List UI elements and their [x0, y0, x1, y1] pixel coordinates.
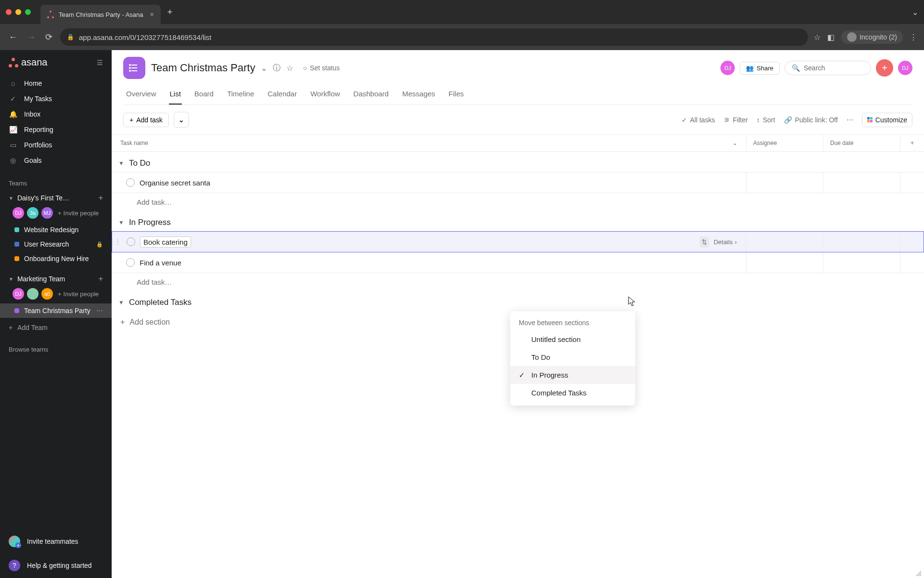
set-status-button[interactable]: ○Set status — [303, 64, 340, 72]
column-task-name[interactable]: Task name⌄ — [112, 135, 746, 151]
more-icon[interactable]: ⋯ — [96, 307, 103, 315]
section-header-completed[interactable]: ▼Completed Tasks — [112, 291, 924, 311]
invite-people-link[interactable]: + Invite people — [58, 210, 99, 217]
task-name[interactable]: Organise secret santa — [140, 179, 210, 187]
avatar[interactable]: a0 — [41, 288, 53, 300]
section-header-inprogress[interactable]: ▼In Progress — [112, 211, 924, 231]
search-input[interactable]: 🔍Search — [784, 61, 871, 75]
add-to-team-icon[interactable]: + — [99, 275, 103, 283]
move-section-icon[interactable]: ⇅ — [700, 236, 709, 248]
tab-overview[interactable]: Overview — [125, 86, 157, 105]
avatar[interactable]: DJ — [13, 207, 24, 219]
task-name[interactable]: Find a venue — [140, 259, 181, 267]
back-button[interactable]: ← — [7, 30, 19, 44]
tabs-dropdown-icon[interactable]: ⌄ — [912, 8, 918, 17]
add-to-team-icon[interactable]: + — [99, 194, 103, 202]
incognito-badge[interactable]: Incognito (2) — [841, 30, 903, 44]
invite-people-link[interactable]: + Invite people — [58, 290, 99, 298]
project-website-redesign[interactable]: Website Redesign — [0, 223, 112, 237]
asana-logo[interactable]: asana — [9, 57, 48, 68]
public-link-toggle[interactable]: 🔗Public link: Off — [784, 116, 838, 124]
nav-my-tasks[interactable]: ✓My Tasks — [0, 91, 112, 106]
address-bar[interactable]: 🔒 app.asana.com/0/1203277518469534/list — [60, 28, 808, 46]
new-tab-button[interactable]: + — [167, 7, 173, 17]
extensions-icon[interactable]: ◧ — [827, 33, 834, 42]
project-title[interactable]: Team Christmas Party — [151, 62, 255, 74]
nav-reporting[interactable]: 📈Reporting — [0, 122, 112, 137]
browser-tab[interactable]: Team Christmas Party - Asana × — [40, 5, 161, 24]
assignee-cell[interactable] — [746, 252, 823, 273]
collapse-sidebar-icon[interactable]: ☰ — [97, 59, 103, 66]
add-task-dropdown[interactable]: ⌄ — [174, 112, 189, 128]
nav-portfolios[interactable]: ▭Portfolios — [0, 137, 112, 153]
complete-checkbox[interactable] — [126, 178, 135, 187]
tab-board[interactable]: Board — [193, 86, 215, 105]
reload-button[interactable]: ⟳ — [43, 30, 54, 44]
browse-teams-heading[interactable]: Browse teams — [0, 337, 112, 357]
sort-button[interactable]: ↕Sort — [757, 116, 775, 124]
tab-files[interactable]: Files — [448, 86, 465, 105]
nav-inbox[interactable]: 🔔Inbox — [0, 106, 112, 122]
all-tasks-filter[interactable]: ✓All tasks — [681, 116, 715, 124]
due-date-cell[interactable] — [823, 172, 900, 193]
drag-handle-icon[interactable]: ⋮⋮ — [112, 238, 121, 245]
window-controls[interactable] — [6, 9, 31, 15]
chevron-down-icon[interactable]: ⌄ — [732, 140, 737, 146]
caret-down-icon[interactable]: ▼ — [118, 160, 124, 167]
add-column-button[interactable]: + — [900, 135, 924, 151]
nav-goals[interactable]: ◎Goals — [0, 153, 112, 168]
due-date-cell[interactable] — [823, 252, 900, 273]
project-christmas-party[interactable]: Team Christmas Party⋯ — [0, 303, 112, 318]
team-header-daisy[interactable]: ▼ Daisy's First Te… + — [0, 191, 112, 205]
menu-item-todo[interactable]: To Do — [510, 348, 635, 366]
avatar[interactable] — [27, 288, 38, 300]
add-task-button[interactable]: +Add task — [123, 113, 169, 127]
avatar[interactable]: DJ — [13, 288, 24, 300]
tab-dashboard[interactable]: Dashboard — [352, 86, 389, 105]
add-team-button[interactable]: +Add Team — [0, 318, 112, 337]
task-name-input[interactable]: Book catering — [140, 236, 191, 248]
section-header-todo[interactable]: ▼To Do — [112, 152, 924, 172]
browser-menu-icon[interactable]: ⋮ — [910, 33, 917, 42]
column-assignee[interactable]: Assignee — [746, 135, 823, 151]
customize-button[interactable]: Customize — [862, 113, 912, 127]
project-onboarding[interactable]: Onboarding New Hire — [0, 251, 112, 266]
nav-home[interactable]: ⌂Home — [0, 76, 112, 91]
caret-down-icon[interactable]: ▼ — [118, 219, 124, 226]
project-icon[interactable] — [123, 57, 145, 79]
menu-item-completed[interactable]: Completed Tasks — [510, 384, 635, 402]
avatar[interactable]: 3a — [27, 207, 38, 219]
task-row[interactable]: Find a venue — [112, 252, 924, 273]
global-add-button[interactable]: + — [876, 59, 893, 77]
info-icon[interactable]: ⓘ — [273, 63, 281, 73]
task-row[interactable]: Organise secret santa — [112, 172, 924, 193]
tab-list[interactable]: List — [169, 86, 182, 105]
menu-item-untitled[interactable]: Untitled section — [510, 330, 635, 348]
tab-timeline[interactable]: Timeline — [226, 86, 255, 105]
assignee-cell[interactable] — [745, 232, 822, 252]
caret-down-icon[interactable]: ▼ — [118, 299, 124, 306]
team-header-marketing[interactable]: ▼ Marketing Team + — [0, 272, 112, 286]
task-row-selected[interactable]: ⋮⋮ Book catering ⇅ Details› — [112, 231, 924, 252]
menu-item-inprogress[interactable]: In Progress — [510, 366, 635, 384]
title-dropdown-icon[interactable]: ⌄ — [261, 64, 267, 73]
tab-workflow[interactable]: Workflow — [309, 86, 341, 105]
member-avatar[interactable]: DJ — [720, 61, 735, 75]
bookmark-star-icon[interactable]: ☆ — [814, 33, 821, 42]
help-button[interactable]: ? Help & getting started — [0, 553, 112, 578]
star-icon[interactable]: ☆ — [286, 64, 293, 73]
share-button[interactable]: 👥Share — [740, 62, 780, 75]
column-due-date[interactable]: Due date — [823, 135, 900, 151]
project-user-research[interactable]: User Research🔒 — [0, 237, 112, 251]
complete-checkbox[interactable] — [126, 258, 135, 267]
resize-corner[interactable] — [915, 570, 922, 577]
add-task-inline[interactable]: Add task… — [112, 273, 924, 291]
filter-button[interactable]: ⚞Filter — [724, 116, 748, 124]
tab-calendar[interactable]: Calendar — [267, 86, 298, 105]
more-toolbar-icon[interactable]: ⋯ — [847, 116, 853, 124]
details-link[interactable]: Details› — [714, 238, 737, 246]
due-date-cell[interactable] — [822, 232, 899, 252]
add-task-inline[interactable]: Add task… — [112, 193, 924, 211]
forward-button[interactable]: → — [25, 30, 38, 44]
tab-messages[interactable]: Messages — [401, 86, 436, 105]
